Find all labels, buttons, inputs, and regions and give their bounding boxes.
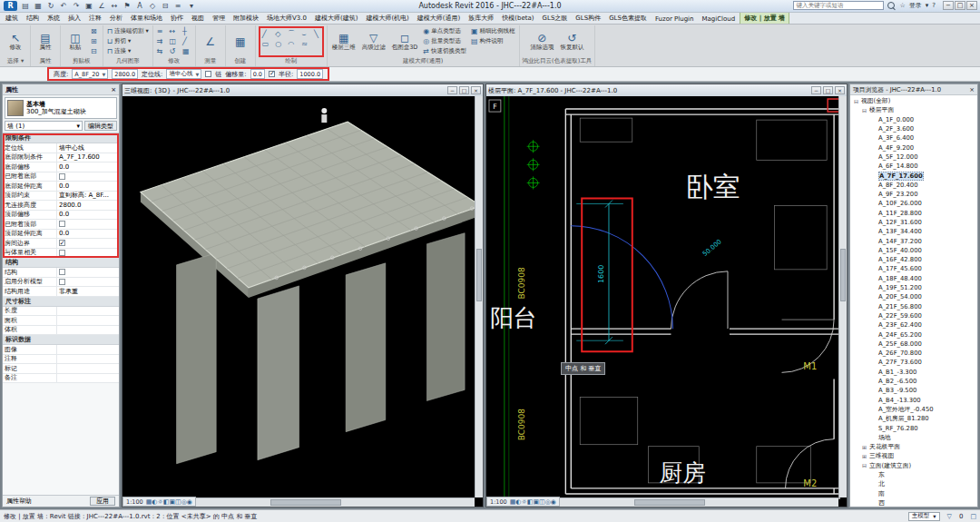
property-row[interactable]: 顶部约束 直到标高: A_8F... [3,192,119,202]
property-value[interactable]: 2800.0 [59,202,82,209]
browser-tree-item[interactable]: 西 [850,498,977,507]
ribbon-panel-label[interactable]: 几何图形 [116,57,140,65]
reveal-hidden-elements-icon[interactable]: ◉ [187,498,192,506]
scale-button[interactable]: 1:100 [490,498,507,506]
property-row[interactable]: 定位线 墙中心线 [3,143,119,153]
tree-expand-icon[interactable]: ⊟ [853,98,859,104]
ribbon-panel-label[interactable]: 属性 [40,57,52,65]
browser-tree-item[interactable]: A_室外地坪_-0.450 [850,405,977,414]
browser-tree-item[interactable]: A_5F_12.000 [850,153,977,162]
tree-expand-icon[interactable]: ⊟ [861,107,867,113]
ribbon-tab[interactable]: 分析 [106,13,126,24]
browser-tree-item[interactable]: A_24F_65.200 [850,330,977,339]
ribbon-panel-label[interactable]: 剪贴板 [73,57,91,65]
quick-switch-type-button[interactable]: ⇄ 快速切换类型 [422,46,467,56]
ribbon-tab[interactable]: MagiCloud [699,15,740,24]
property-value[interactable]: 0.0 [59,163,69,171]
property-value[interactable]: 墙中心线 [59,143,84,153]
viewport-minimize-button[interactable]: − [811,86,821,94]
scrollbar-thumb[interactable] [270,499,341,506]
show-crop-region-icon[interactable]: ◫ [175,498,181,506]
help-search-input[interactable] [793,1,884,10]
join-geometry-button[interactable]: ⊓ 连接 ▾ [106,46,150,56]
property-checkbox[interactable] [59,221,65,227]
match-type-icon[interactable]: ⊟ [90,46,100,56]
property-row[interactable]: 图像 [3,345,119,355]
browser-tree-item[interactable]: S_RF_76.280 [850,423,977,432]
property-section-header[interactable]: 限制条件 [3,133,119,143]
chain-checkbox[interactable] [205,71,211,77]
edit-type-button[interactable]: 编辑类型 [84,121,117,131]
help-icon[interactable]: ? [932,2,936,9]
draw-polygon-icon[interactable]: ◇ [274,29,284,39]
ribbon-tab[interactable]: 系统 [44,13,64,24]
property-row[interactable]: 无连接高度 2800.0 [3,201,119,211]
scrollbar-thumb[interactable] [634,499,705,506]
viewport-minimize-button[interactable]: − [447,86,457,94]
tag-by-category-icon[interactable]: ⚑ [122,1,132,11]
property-value[interactable]: 0.0 [59,211,69,218]
browser-tree-item[interactable]: A_27F_73.600 [850,358,977,367]
component-description-button[interactable]: ▤ 构件说明 [470,36,516,46]
ribbon-panel-label[interactable]: 修改 [168,57,180,65]
draw-line-icon[interactable]: ╱ [261,29,272,39]
properties-toggle-button[interactable]: ▤ 属性 [34,26,57,57]
close-icon[interactable]: × [969,86,975,94]
tree-expand-icon[interactable]: ⊟ [861,462,867,468]
crop-view-icon[interactable]: ▣ [533,498,539,506]
type-selector[interactable]: 基本墙 300_加气混凝土砌块 [5,97,117,119]
level-select[interactable]: A_8F_20▼ [72,69,108,79]
ribbon-tab[interactable]: 体量和场地 [127,13,166,24]
array-button[interactable]: ▦ [181,46,192,56]
revit-logo-menu[interactable]: R [4,1,17,11]
ribbon-tab[interactable]: 建模大师(机电) [362,13,412,24]
viewport-3d-canvas[interactable]: 1:100 ▦◐☼◧▣◫◎◉ [122,96,483,507]
ribbon-tab[interactable]: GLS之眼 [539,13,572,24]
browser-tree-item[interactable]: A_B3_-9.500 [850,386,977,395]
browser-tree-item[interactable]: A_8F_20.400 [850,181,977,190]
draw-spline-icon[interactable]: ≈ [300,39,310,49]
property-row[interactable]: 房间边界 [3,239,119,249]
property-row[interactable]: 面积 [3,316,119,326]
ribbon-tab[interactable]: 建筑 [2,13,22,24]
batch-type-select-button[interactable]: ◎ 批量类型选 [422,36,467,46]
trim-extend-button[interactable]: ┼ [181,26,192,36]
apply-button[interactable]: 应用 [90,497,115,506]
floor-3d-button[interactable]: ▦ 楼层三维 [330,26,358,57]
browser-tree-item[interactable]: A_16F_42.800 [850,255,977,264]
browser-tree-item[interactable]: A_11F_28.800 [850,209,977,218]
unconnected-height-input[interactable]: 2800.0 [112,69,138,79]
ribbon-tab[interactable]: 结构 [23,13,43,24]
browser-tree-item[interactable]: A_1F_0.000 [850,115,977,124]
property-value[interactable]: 非承重 [59,287,78,296]
sign-in-button[interactable]: 登录 [909,1,922,10]
redo-icon[interactable]: ↷ [71,1,82,11]
show-crop-region-icon[interactable]: ◫ [539,498,545,506]
property-row[interactable]: 注释 [3,355,119,365]
measure-tool-button[interactable]: ∠ [199,26,222,57]
property-section-header[interactable]: 结构 [3,258,119,268]
design-options-select[interactable]: 主模型 ▾ [908,512,940,521]
ribbon-panel-label[interactable]: 鸿业比目云(色表提取)工具 [523,57,593,65]
browser-tree-item[interactable]: A_23F_62.400 [850,320,977,330]
ribbon-panel-label[interactable]: 创建 [234,57,246,65]
ribbon-tab[interactable]: 建模大师(通用) [414,13,464,24]
vertical-scrollbar[interactable] [838,96,847,497]
scrollbar-thumb[interactable] [840,249,846,301]
browser-tree-item[interactable]: A_4F_9.200 [850,143,977,152]
browser-tree-item[interactable]: A_13F_34.400 [850,227,977,236]
property-row[interactable]: 长度 [3,307,119,317]
browser-tree-item[interactable]: A_12F_31.600 [850,218,977,227]
property-row[interactable]: 底部延伸距离 0.0 [3,182,119,192]
clash-box-3d-button[interactable]: ◻ 包图盒3D [390,26,420,57]
property-checkbox[interactable] [59,279,65,285]
ribbon-tab[interactable]: 附加模块 [230,13,262,24]
print-icon[interactable]: ▣ [83,1,94,11]
property-value[interactable]: 0.0 [59,230,69,237]
viewport-close-button[interactable]: × [471,86,481,94]
property-row[interactable]: 体积 [3,326,119,336]
ribbon-tab[interactable]: 视图 [188,13,208,24]
single-type-select-button[interactable]: ◉ 单点类型选 [422,26,467,36]
tree-expand-icon[interactable]: ⊞ [861,444,867,450]
draw-center-arc-icon[interactable]: ◠ [287,39,298,49]
